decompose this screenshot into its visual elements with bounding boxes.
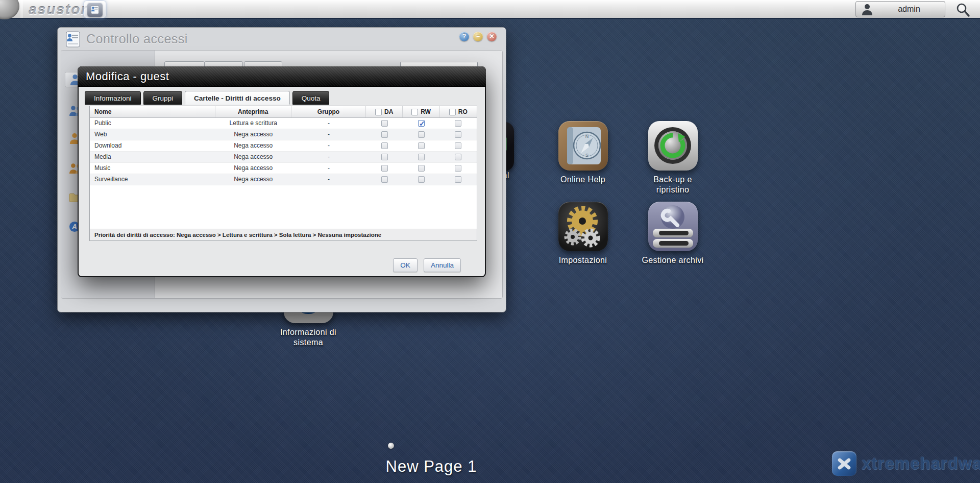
window-help-button[interactable]: ? — [459, 32, 469, 41]
cancel-button[interactable]: Annulla — [424, 258, 461, 272]
select-all-checkbox[interactable] — [375, 109, 382, 115]
da-checkbox[interactable] — [381, 154, 388, 160]
cell-rw-checkbox — [403, 129, 439, 140]
user-menu-button[interactable]: admin — [855, 1, 945, 17]
cell-preview: Nega accesso — [215, 174, 291, 185]
rw-checkbox[interactable] — [418, 131, 425, 138]
cell-name: Web — [90, 129, 215, 140]
corner-divider — [20, 0, 23, 18]
search-icon[interactable] — [955, 2, 971, 17]
column-label: RW — [421, 106, 431, 117]
column-header-gruppo: Gruppo — [291, 106, 366, 117]
rw-checkbox[interactable] — [418, 165, 425, 172]
da-checkbox[interactable] — [381, 120, 388, 127]
ro-checkbox[interactable] — [455, 176, 461, 183]
page-indicator-dot[interactable] — [388, 443, 394, 449]
rw-checkbox[interactable] — [418, 120, 425, 127]
rw-checkbox[interactable] — [418, 176, 425, 183]
select-all-checkbox[interactable] — [411, 109, 418, 115]
backup-restore-icon — [648, 121, 698, 171]
cell-rw-checkbox — [403, 174, 439, 185]
column-label: RO — [458, 106, 468, 117]
cell-ro-checkbox — [440, 152, 477, 162]
column-header-anteprima: Anteprima — [215, 106, 291, 117]
tab-quota[interactable]: Quota — [292, 91, 330, 105]
ro-checkbox[interactable] — [455, 131, 461, 138]
da-checkbox[interactable] — [381, 176, 388, 183]
watermark-text: xtremehardware.it — [862, 454, 980, 473]
ro-checkbox[interactable] — [455, 142, 461, 149]
tab-informazioni[interactable]: Informazioni — [85, 91, 141, 105]
taskbar-item-access-control[interactable] — [84, 1, 106, 18]
table-row-music[interactable]: MusicNega accesso- — [90, 163, 477, 174]
window-minimize-button[interactable]: − — [473, 32, 483, 41]
tab-gruppi[interactable]: Gruppi — [143, 91, 183, 105]
cell-ro-checkbox — [440, 163, 477, 174]
cell-ro-checkbox — [440, 129, 477, 140]
table-row-media[interactable]: MediaNega accesso- — [90, 152, 477, 163]
ro-checkbox[interactable] — [455, 120, 461, 127]
desktop-icon-settings[interactable]: Impostazioni — [542, 202, 624, 265]
table-row-web[interactable]: WebNega accesso- — [90, 129, 477, 140]
page-name-label[interactable]: New Page 1 — [357, 457, 505, 476]
table-row-surveillance[interactable]: SurveillanceNega accesso- — [90, 174, 477, 185]
cell-ro-checkbox — [440, 118, 477, 129]
cell-name: Public — [90, 118, 215, 129]
dialog-titlebar[interactable]: Modifica - guest — [78, 66, 486, 87]
cell-preview: Lettura e scrittura — [215, 118, 291, 129]
svg-text:A: A — [71, 223, 77, 231]
window-close-button[interactable]: ✕ — [487, 32, 497, 41]
da-checkbox[interactable] — [381, 131, 388, 138]
asustor-logo: asustor — [29, 2, 87, 18]
cell-name: Surveillance — [90, 174, 215, 185]
cell-group: - — [291, 140, 366, 151]
svg-text:S: S — [585, 153, 588, 158]
cell-preview: Nega accesso — [215, 163, 291, 174]
da-checkbox[interactable] — [381, 165, 388, 172]
column-label: Anteprima — [238, 106, 268, 117]
watermark: xtremehardware.it — [832, 451, 980, 476]
ro-checkbox[interactable] — [455, 154, 461, 160]
desktop-icon-online-help[interactable]: N S Online Help — [542, 121, 624, 185]
cell-da-checkbox — [366, 174, 403, 185]
desktop-icon-storage-manager[interactable]: Gestione archivi — [632, 202, 714, 265]
desktop-icon-label: Informazioni di sistema — [273, 327, 344, 348]
cell-ro-checkbox — [440, 140, 477, 151]
cell-ro-checkbox — [440, 174, 477, 185]
cell-group: - — [291, 163, 366, 174]
table-row-public[interactable]: PublicLettura e scrittura- — [90, 118, 477, 129]
access-control-taskbar-icon — [87, 3, 103, 17]
column-header-rw[interactable]: RW — [403, 106, 439, 117]
cell-da-checkbox — [366, 163, 403, 174]
table-row-download[interactable]: DownloadNega accesso- — [90, 140, 477, 152]
topbar: asustor admin — [0, 0, 980, 19]
desktop-background: N S Online Help — [0, 0, 980, 483]
cell-name: Download — [90, 140, 215, 151]
tab-cartelle-diritti-di-accesso[interactable]: Cartelle - Diritti di accesso — [185, 91, 290, 105]
da-checkbox[interactable] — [381, 142, 388, 149]
select-all-checkbox[interactable] — [449, 109, 456, 115]
dialog-edit-guest: Modifica - guest InformazioniGruppiCarte… — [78, 66, 486, 277]
online-help-icon: N S — [558, 121, 608, 171]
desktop-icon-label: Impostazioni — [542, 255, 624, 265]
cell-da-checkbox — [366, 129, 403, 140]
ok-button[interactable]: OK — [393, 258, 418, 272]
column-header-ro[interactable]: RO — [440, 106, 477, 117]
column-header-da[interactable]: DA — [366, 106, 403, 117]
cell-da-checkbox — [366, 152, 403, 162]
folder-rights-table: NomeAnteprimaGruppoDARWRO PublicLettura … — [89, 106, 477, 241]
cell-rw-checkbox — [403, 140, 439, 151]
rw-checkbox[interactable] — [418, 142, 425, 149]
access-control-icon — [65, 31, 81, 50]
xtremehardware-logo-icon — [832, 451, 856, 476]
desktop-icon-backup[interactable]: Back-up e ripristino — [632, 121, 714, 195]
window-titlebar[interactable]: Controllo accessi ? − ✕ — [58, 28, 506, 50]
corner-ornament — [0, 0, 19, 19]
desktop-icon-label: Online Help — [552, 175, 614, 185]
cell-group: - — [291, 174, 366, 185]
ro-checkbox[interactable] — [455, 165, 461, 172]
cell-preview: Nega accesso — [215, 140, 291, 151]
cell-group: - — [291, 152, 366, 162]
desktop-icon-label: Gestione archivi — [632, 255, 714, 265]
rw-checkbox[interactable] — [418, 154, 425, 160]
